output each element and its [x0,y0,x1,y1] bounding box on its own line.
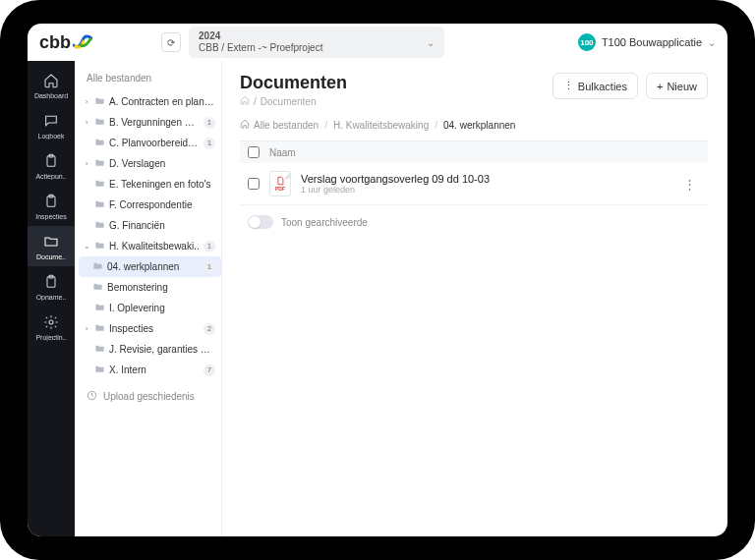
crumb-label: 04. werkplannen [443,120,515,131]
tree-item[interactable]: ›A. Contracten en planni.. [79,91,221,112]
tree-label: J. Revisie, garanties en .. [109,344,215,355]
nav-label: Dashboard [34,92,68,99]
crumb-sep: / [254,96,257,107]
folder-breadcrumb: Alle bestanden/H. Kwaliteitsbewaking/04.… [240,119,708,131]
folder-crumb[interactable]: 04. werkplannen [443,120,515,131]
tree-badge: 1 [203,117,215,129]
tree-label: X. Intern [109,364,200,375]
user-menu[interactable]: 100 T100 Bouwapplicatie ⌄ [578,33,716,51]
tree-item[interactable]: 04. werkplannen1 [79,256,221,277]
chevron-down-icon: ⌄ [427,37,435,48]
tree-item[interactable]: E. Tekeningen en foto's [79,174,221,195]
folder-crumb[interactable]: H. Kwaliteitsbewaking [333,120,429,131]
crumb-sep: / [435,120,437,131]
upload-history-link[interactable]: Upload geschiedenis [79,380,221,407]
nav-label: Inspecties [35,213,67,220]
tree-item[interactable]: C. Planvoorbereiding1 [79,133,221,153]
tree-arrow: › [83,118,90,127]
content-header: Documenten / Documenten ⋮ Bulkacties [240,73,708,107]
crumb-current: Documenten [261,96,317,107]
crumb-sep: / [324,120,327,131]
tree-item[interactable]: X. Intern7 [79,360,221,380]
tree-item[interactable]: ›B. Vergunningen en..1 [79,112,221,133]
file-meta: Verslag voortgangsoverleg 09 dd 10-031 u… [301,173,679,195]
nav-opname[interactable]: Opname.. [28,266,75,307]
row-more-button[interactable]: ⋮ [679,177,700,192]
tree-item[interactable]: ⌄H. Kwaliteitsbewaki..1 [79,236,221,256]
folder-crumb[interactable]: Alle bestanden [240,119,319,131]
new-label: Nieuw [667,81,697,92]
project-picker-text: 2024 CBB / Extern -~ Proefproject [199,30,322,54]
bulk-label: Bulkacties [578,81,627,92]
folder-icon [94,137,105,149]
folder-icon [94,95,105,108]
archived-toggle[interactable] [248,215,273,229]
plus-icon: + [657,81,663,92]
row-checkbox[interactable] [248,178,260,190]
logo-text: cbb [39,32,71,53]
file-name: Verslag voortgangsoverleg 09 dd 10-03 [301,173,679,185]
upload-history-label: Upload geschiedenis [103,391,195,402]
table-row[interactable]: PDFVerslag voortgangsoverleg 09 dd 10-03… [240,163,708,205]
nav-label: Projectin.. [35,334,66,341]
tree-item[interactable]: ›Inspecties2 [79,318,221,339]
refresh-icon: ⟳ [167,37,175,48]
file-time: 1 uur geleden [301,185,679,195]
new-button[interactable]: + Nieuw [646,73,708,99]
tree-item[interactable]: ›D. Verslagen [79,153,221,174]
tree-item[interactable]: Bemonstering [79,277,221,298]
top-center: ⟳ 2024 CBB / Extern -~ Proefproject ⌄ [102,27,568,58]
tree-label: Inspecties [109,323,200,334]
nav-logboek[interactable]: Logboek [28,105,75,145]
tree-label: D. Verslagen [109,158,215,169]
bulk-actions-button[interactable]: ⋮ Bulkacties [552,73,638,99]
tree-item[interactable]: J. Revisie, garanties en .. [79,339,221,360]
refresh-button[interactable]: ⟳ [161,32,181,52]
tree-badge: 7 [203,364,215,376]
tree-item[interactable]: G. Financiën [79,215,221,236]
folder-icon [94,343,105,356]
nav-actiepun[interactable]: Actiepun.. [28,145,75,186]
folder-icon [94,198,105,211]
select-all-checkbox[interactable] [248,146,260,158]
nav-dashboard[interactable]: Dashboard [28,65,75,105]
nav-projectin[interactable]: Projectin.. [28,307,75,347]
nav-label: Docume.. [36,253,66,260]
table-header: Naam [240,141,708,163]
avatar: 100 [578,33,596,51]
logo-swoosh-icon [73,34,92,50]
clock-icon [87,390,97,403]
nav-inspecties[interactable]: Inspecties [28,186,75,226]
svg-point-6 [49,320,53,324]
tree-title: Alle bestanden [79,69,221,91]
folder-icon [94,178,105,191]
tablet-frame: cbb ⟳ 2024 CBB / Extern -~ Proefproject … [0,0,755,560]
nav-docume[interactable]: Docume.. [28,226,75,266]
dots-vertical-icon: ⋮ [563,80,574,92]
nav-label: Logboek [38,133,65,140]
tree-label: G. Financiën [109,220,215,231]
home-icon [43,73,59,89]
tree-badge: 1 [203,241,215,252]
folder-icon [92,281,103,294]
folder-icon [94,219,105,232]
tree-badge: 2 [203,323,215,335]
tree-arrow: › [83,324,90,333]
crumb-label: H. Kwaliteitsbewaking [333,120,429,131]
crumb-label: Alle bestanden [254,120,319,131]
col-name: Naam [269,147,296,158]
tree-label: F. Correspondentie [109,199,215,210]
folder-icon [94,364,105,376]
tree-arrow: › [83,97,90,106]
home-icon [240,119,250,131]
nav-label: Opname.. [36,294,67,301]
chevron-down-icon: ⌄ [708,37,716,48]
tree-item[interactable]: F. Correspondentie [79,195,221,215]
tree-label: A. Contracten en planni.. [109,96,215,107]
folder-icon [94,116,105,129]
tree-item[interactable]: I. Oplevering [79,298,221,318]
project-picker[interactable]: 2024 CBB / Extern -~ Proefproject ⌄ [189,27,444,58]
project-year: 2024 [199,30,322,42]
page-sub-crumb: / Documenten [240,95,347,107]
content-actions: ⋮ Bulkacties + Nieuw [552,73,708,99]
